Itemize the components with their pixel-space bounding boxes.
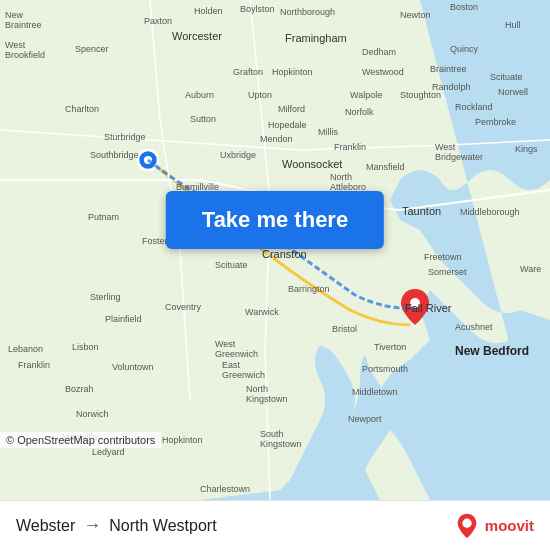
svg-text:Foster: Foster xyxy=(142,236,168,246)
svg-text:Braintree: Braintree xyxy=(5,20,42,30)
svg-text:Hopedale: Hopedale xyxy=(268,120,307,130)
svg-text:Hull: Hull xyxy=(505,20,521,30)
svg-text:Framingham: Framingham xyxy=(285,32,347,44)
svg-text:Southbridge: Southbridge xyxy=(90,150,139,160)
svg-text:Scituate: Scituate xyxy=(215,260,248,270)
svg-text:Newton: Newton xyxy=(400,10,431,20)
svg-text:Warwick: Warwick xyxy=(245,307,279,317)
svg-text:Middleborough: Middleborough xyxy=(460,207,520,217)
svg-text:Plainfield: Plainfield xyxy=(105,314,142,324)
svg-text:New Bedford: New Bedford xyxy=(455,344,529,358)
svg-text:Pembroke: Pembroke xyxy=(475,117,516,127)
svg-text:East: East xyxy=(222,360,241,370)
svg-text:Hopkinton: Hopkinton xyxy=(272,67,313,77)
svg-text:Brookfield: Brookfield xyxy=(5,50,45,60)
svg-text:Mendon: Mendon xyxy=(260,134,293,144)
svg-text:Charlton: Charlton xyxy=(65,104,99,114)
svg-text:Millis: Millis xyxy=(318,127,338,137)
svg-text:Boston: Boston xyxy=(450,2,478,12)
svg-text:Freetown: Freetown xyxy=(424,252,462,262)
svg-text:Westwood: Westwood xyxy=(362,67,404,77)
svg-text:Greenwich: Greenwich xyxy=(215,349,258,359)
svg-text:Bozrah: Bozrah xyxy=(65,384,94,394)
svg-text:Northborough: Northborough xyxy=(280,7,335,17)
svg-text:Worcester: Worcester xyxy=(172,30,222,42)
svg-text:Charlestown: Charlestown xyxy=(200,484,250,494)
svg-text:Stoughton: Stoughton xyxy=(400,90,441,100)
map-attribution: © OpenStreetMap contributors xyxy=(0,432,161,448)
svg-text:Somerset: Somerset xyxy=(428,267,467,277)
svg-text:Braintree: Braintree xyxy=(430,64,467,74)
svg-text:Milford: Milford xyxy=(278,104,305,114)
svg-text:Norwell: Norwell xyxy=(498,87,528,97)
svg-text:Newport: Newport xyxy=(348,414,382,424)
svg-text:New: New xyxy=(5,10,24,20)
svg-text:Franklin: Franklin xyxy=(334,142,366,152)
take-me-there-button[interactable]: Take me there xyxy=(166,191,384,249)
map-container: Spencer Charlton Worcester Framingham De… xyxy=(0,0,550,500)
svg-text:Taunton: Taunton xyxy=(402,205,441,217)
svg-text:Middletown: Middletown xyxy=(352,387,398,397)
svg-text:Franklin: Franklin xyxy=(18,360,50,370)
svg-text:Auburn: Auburn xyxy=(185,90,214,100)
moovit-text: moovit xyxy=(485,517,534,534)
svg-text:Walpole: Walpole xyxy=(350,90,382,100)
svg-text:Hopkinton: Hopkinton xyxy=(162,435,203,445)
svg-text:Bridgewater: Bridgewater xyxy=(435,152,483,162)
svg-text:Greenwich: Greenwich xyxy=(222,370,265,380)
svg-text:Upton: Upton xyxy=(248,90,272,100)
svg-text:Paxton: Paxton xyxy=(144,16,172,26)
svg-text:Scituate: Scituate xyxy=(490,72,523,82)
svg-text:Bristol: Bristol xyxy=(332,324,357,334)
svg-text:Norfolk: Norfolk xyxy=(345,107,374,117)
svg-text:Portsmouth: Portsmouth xyxy=(362,364,408,374)
svg-text:Fall River: Fall River xyxy=(405,302,452,314)
svg-text:Ware: Ware xyxy=(520,264,541,274)
svg-text:Woonsocket: Woonsocket xyxy=(282,158,342,170)
svg-text:South: South xyxy=(260,429,284,439)
svg-text:North: North xyxy=(330,172,352,182)
svg-text:Voluntown: Voluntown xyxy=(112,362,154,372)
svg-text:Spencer: Spencer xyxy=(75,44,109,54)
svg-text:West: West xyxy=(435,142,456,152)
svg-text:North: North xyxy=(246,384,268,394)
svg-text:Kingstown: Kingstown xyxy=(260,439,302,449)
svg-text:Dedham: Dedham xyxy=(362,47,396,57)
svg-text:Putnam: Putnam xyxy=(88,212,119,222)
route-info: Webster → North Westport xyxy=(16,515,217,536)
svg-text:Sutton: Sutton xyxy=(190,114,216,124)
destination-label: North Westport xyxy=(109,517,216,535)
svg-text:Kingstown: Kingstown xyxy=(246,394,288,404)
svg-text:Mansfield: Mansfield xyxy=(366,162,405,172)
svg-text:Quincy: Quincy xyxy=(450,44,479,54)
moovit-pin-icon xyxy=(453,512,481,540)
svg-text:Coventry: Coventry xyxy=(165,302,202,312)
svg-text:Holden: Holden xyxy=(194,6,223,16)
svg-text:Acushnet: Acushnet xyxy=(455,322,493,332)
moovit-logo: moovit xyxy=(453,512,534,540)
svg-text:Tiverton: Tiverton xyxy=(374,342,406,352)
svg-text:Cranston: Cranston xyxy=(262,248,307,260)
svg-text:Rockland: Rockland xyxy=(455,102,493,112)
svg-text:Ledyard: Ledyard xyxy=(92,447,125,457)
svg-text:Lisbon: Lisbon xyxy=(72,342,99,352)
origin-label: Webster xyxy=(16,517,75,535)
svg-text:Uxbridge: Uxbridge xyxy=(220,150,256,160)
svg-text:West: West xyxy=(215,339,236,349)
svg-text:West: West xyxy=(5,40,26,50)
svg-text:Barrington: Barrington xyxy=(288,284,330,294)
svg-text:Sterling: Sterling xyxy=(90,292,121,302)
svg-text:Boylston: Boylston xyxy=(240,4,275,14)
svg-text:Norwich: Norwich xyxy=(76,409,109,419)
svg-text:Kings: Kings xyxy=(515,144,538,154)
svg-text:Sturbridge: Sturbridge xyxy=(104,132,146,142)
svg-text:Grafton: Grafton xyxy=(233,67,263,77)
svg-text:Lebanon: Lebanon xyxy=(8,344,43,354)
svg-point-96 xyxy=(462,518,471,527)
route-arrow-icon: → xyxy=(83,515,101,536)
bottom-bar: Webster → North Westport moovit xyxy=(0,500,550,550)
